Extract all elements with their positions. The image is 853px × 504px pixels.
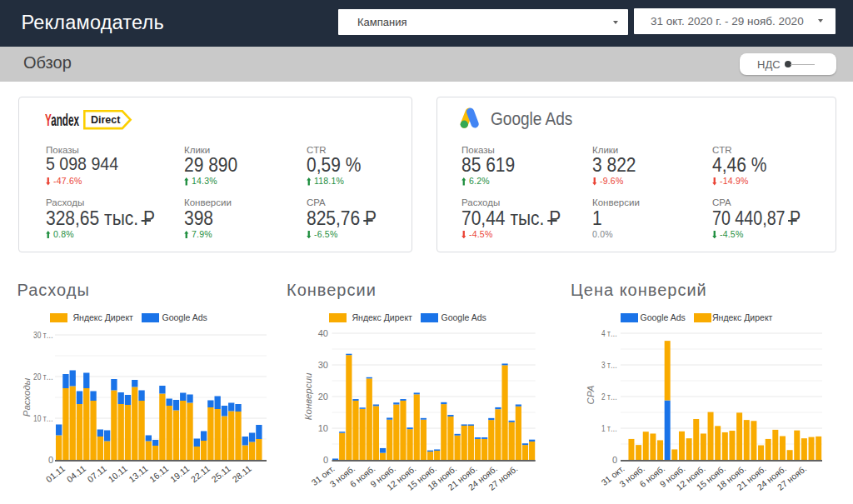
svg-text:30: 30 <box>318 360 328 370</box>
svg-text:25.11: 25.11 <box>209 463 232 484</box>
svg-text:07.11: 07.11 <box>85 463 108 484</box>
svg-text:20 т…: 20 т… <box>33 372 53 382</box>
svg-text:0: 0 <box>48 455 53 465</box>
svg-text:20: 20 <box>318 392 328 402</box>
svg-text:1 т…: 1 т… <box>601 423 617 433</box>
svg-text:0: 0 <box>323 455 328 465</box>
svg-text:01.11: 01.11 <box>44 463 67 484</box>
svg-text:04.11: 04.11 <box>65 463 88 484</box>
svg-text:30 т…: 30 т… <box>33 330 53 340</box>
svg-text:Конверсии: Конверсии <box>303 372 313 420</box>
svg-text:2 т…: 2 т… <box>601 392 617 402</box>
svg-text:40: 40 <box>318 328 328 338</box>
svg-text:28.11: 28.11 <box>230 463 253 484</box>
svg-text:19.11: 19.11 <box>168 463 192 484</box>
svg-text:3 т…: 3 т… <box>601 360 617 370</box>
svg-text:0: 0 <box>612 455 617 465</box>
svg-text:10 т…: 10 т… <box>33 413 53 423</box>
svg-text:16.11: 16.11 <box>147 463 171 484</box>
svg-text:10: 10 <box>318 423 328 433</box>
svg-text:10.11: 10.11 <box>106 463 129 484</box>
svg-text:Расходы: Расходы <box>22 377 32 417</box>
svg-text:CPA: CPA <box>586 385 596 404</box>
svg-text:22.11: 22.11 <box>189 463 212 484</box>
svg-text:13.11: 13.11 <box>127 463 150 484</box>
svg-text:4 т…: 4 т… <box>601 328 617 338</box>
